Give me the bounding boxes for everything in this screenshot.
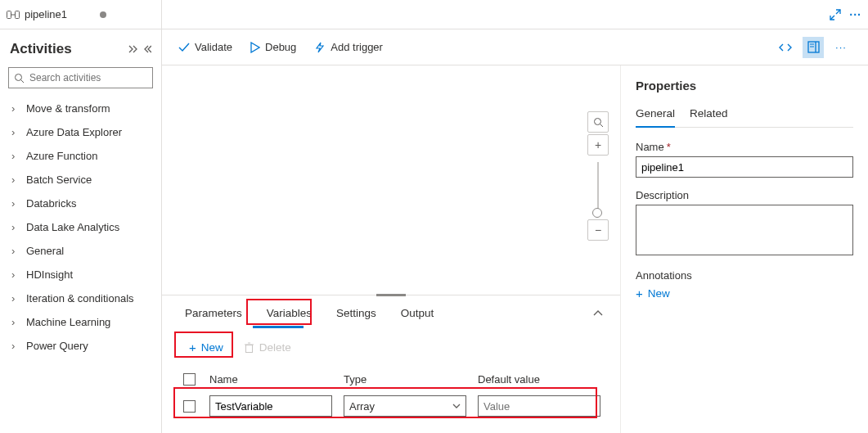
tab-parameters[interactable]: Parameters bbox=[175, 300, 252, 327]
plus-icon: + bbox=[189, 341, 196, 354]
activity-category[interactable]: ›Move & transform bbox=[3, 97, 158, 120]
sidebar-collapse-icon[interactable] bbox=[143, 45, 151, 53]
delete-variable-button: Delete bbox=[244, 341, 291, 354]
activities-title: Activities bbox=[10, 41, 124, 57]
add-trigger-button[interactable]: Add trigger bbox=[314, 41, 383, 53]
tab-bar-right: ··· bbox=[162, 0, 868, 29]
chevron-right-icon: › bbox=[11, 174, 20, 186]
chevron-right-icon: › bbox=[11, 292, 20, 304]
properties-tab-general[interactable]: General bbox=[636, 104, 675, 128]
bottom-panel: Parameters Variables Settings Output + bbox=[162, 295, 620, 433]
col-header-type: Type bbox=[344, 373, 466, 386]
tab-variables-label: Variables bbox=[267, 307, 312, 319]
row-checkbox[interactable] bbox=[183, 400, 196, 413]
description-field-label: Description bbox=[636, 189, 853, 201]
activity-category-label: HDInsight bbox=[26, 268, 73, 281]
tab-settings-label: Settings bbox=[336, 307, 376, 319]
fit-to-screen-button[interactable] bbox=[587, 111, 609, 133]
tab-parameters-label: Parameters bbox=[185, 307, 242, 319]
zoom-in-button[interactable]: + bbox=[587, 134, 609, 156]
toolbar-more-button[interactable]: ··· bbox=[830, 37, 852, 58]
chevron-down-icon bbox=[452, 403, 461, 409]
chevron-right-icon: › bbox=[11, 268, 20, 281]
activity-category[interactable]: ›Iteration & conditionals bbox=[3, 286, 158, 310]
activity-category[interactable]: ›Azure Data Explorer bbox=[3, 120, 158, 144]
search-activities[interactable] bbox=[8, 67, 153, 88]
tab-output-label: Output bbox=[401, 307, 434, 319]
expand-window-icon[interactable] bbox=[830, 9, 841, 20]
validate-button[interactable]: Validate bbox=[178, 41, 232, 53]
properties-title: Properties bbox=[636, 79, 853, 92]
properties-tab-general-label: General bbox=[636, 107, 675, 120]
activity-category-label: General bbox=[26, 245, 64, 257]
zoom-handle[interactable] bbox=[592, 208, 602, 218]
variable-default-input[interactable] bbox=[478, 395, 600, 417]
annotations-field-label: Annotations bbox=[636, 269, 853, 282]
new-annotation-button[interactable]: + New bbox=[636, 286, 853, 300]
activity-category[interactable]: ›HDInsight bbox=[3, 263, 158, 286]
select-all-checkbox[interactable] bbox=[183, 373, 196, 386]
more-actions-icon[interactable]: ··· bbox=[849, 8, 861, 21]
activity-category[interactable]: ›Power Query bbox=[3, 334, 158, 358]
zoom-slider[interactable] bbox=[597, 162, 599, 213]
tab-bar-left: pipeline1 bbox=[0, 0, 161, 29]
activity-category-label: Azure Function bbox=[26, 150, 97, 162]
debug-label: Debug bbox=[265, 41, 296, 53]
search-input[interactable] bbox=[29, 72, 152, 83]
svg-line-5 bbox=[836, 10, 840, 14]
chevron-right-icon: › bbox=[11, 245, 20, 257]
variable-type-select[interactable]: Array bbox=[344, 395, 466, 417]
svg-line-6 bbox=[830, 16, 834, 20]
chevron-right-icon: › bbox=[11, 316, 20, 328]
svg-line-12 bbox=[600, 124, 603, 127]
pipeline-tab[interactable]: pipeline1 bbox=[7, 8, 106, 20]
activities-tree: ›Move & transform ›Azure Data Explorer ›… bbox=[0, 97, 161, 358]
activity-category-label: Machine Learning bbox=[26, 316, 110, 328]
new-variable-label: New bbox=[201, 341, 223, 354]
activity-category[interactable]: ›General bbox=[3, 239, 158, 263]
tab-variables[interactable]: Variables bbox=[257, 300, 322, 327]
name-field-label-text: Name bbox=[636, 141, 664, 153]
chevron-right-icon: › bbox=[11, 197, 20, 210]
collapse-all-icon[interactable] bbox=[128, 45, 138, 53]
pipeline-icon bbox=[7, 9, 20, 20]
chevron-right-icon: › bbox=[11, 102, 20, 115]
validate-label: Validate bbox=[195, 41, 232, 53]
activity-category[interactable]: ›Machine Learning bbox=[3, 310, 158, 334]
tab-output[interactable]: Output bbox=[391, 300, 444, 327]
properties-tab-related-label: Related bbox=[690, 107, 728, 120]
chevron-right-icon: › bbox=[11, 340, 20, 352]
debug-button[interactable]: Debug bbox=[250, 41, 296, 53]
design-canvas[interactable]: + − bbox=[162, 65, 620, 295]
activity-category-label: Data Lake Analytics bbox=[26, 221, 119, 233]
code-view-button[interactable] bbox=[775, 37, 796, 58]
check-icon bbox=[178, 43, 190, 52]
search-icon bbox=[14, 73, 25, 83]
collapse-panel-button[interactable] bbox=[589, 306, 607, 321]
svg-rect-13 bbox=[245, 345, 252, 352]
properties-toggle-button[interactable] bbox=[803, 37, 824, 58]
pipeline-description-input[interactable] bbox=[636, 205, 853, 255]
properties-tab-related[interactable]: Related bbox=[690, 104, 728, 127]
activity-category[interactable]: ›Databricks bbox=[3, 192, 158, 215]
zoom-out-button[interactable]: − bbox=[587, 219, 609, 241]
pipeline-name-input[interactable] bbox=[636, 156, 853, 178]
canvas-toolbar: Validate Debug Add trigger bbox=[162, 29, 868, 65]
activity-category[interactable]: ›Azure Function bbox=[3, 144, 158, 168]
chevron-right-icon: › bbox=[11, 126, 20, 138]
chevron-right-icon: › bbox=[11, 150, 20, 162]
plus-icon: + bbox=[636, 286, 643, 300]
activity-category[interactable]: ›Batch Service bbox=[3, 168, 158, 192]
new-variable-button[interactable]: + New bbox=[180, 336, 232, 359]
svg-point-3 bbox=[16, 74, 22, 80]
chevron-right-icon: › bbox=[11, 221, 20, 233]
tab-settings[interactable]: Settings bbox=[326, 300, 386, 327]
activity-category-label: Move & transform bbox=[26, 102, 110, 115]
activity-category[interactable]: ›Data Lake Analytics bbox=[3, 215, 158, 239]
pipeline-tab-title: pipeline1 bbox=[25, 8, 67, 20]
variable-name-input[interactable] bbox=[209, 395, 332, 417]
svg-rect-0 bbox=[7, 11, 11, 18]
required-asterisk-icon: * bbox=[667, 141, 671, 153]
add-trigger-label: Add trigger bbox=[331, 41, 383, 53]
drag-handle[interactable] bbox=[376, 294, 406, 296]
